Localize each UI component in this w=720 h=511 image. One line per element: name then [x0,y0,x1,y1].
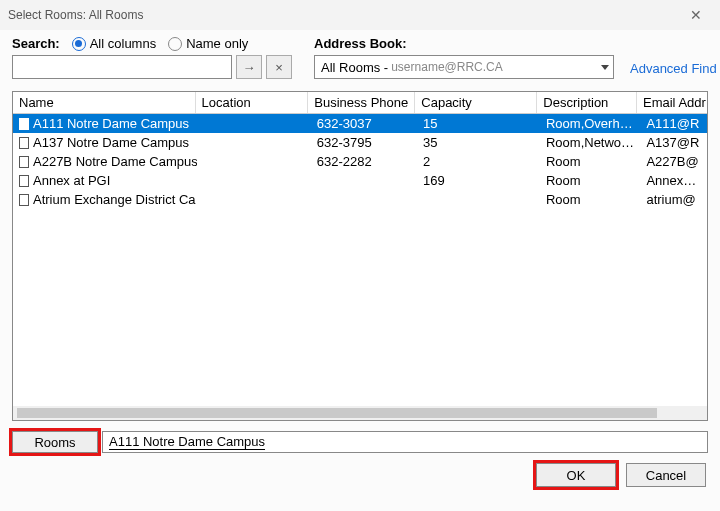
rooms-field[interactable]: A111 Notre Dame Campus [102,431,708,453]
ok-button-highlight: OK [536,463,616,487]
col-capacity[interactable]: Capacity [415,92,537,113]
item-icon [19,137,29,149]
table-row[interactable]: Atrium Exchange District Ca… Room atrium… [13,190,707,209]
window-title: Select Rooms: All Rooms [8,8,680,22]
chevron-down-icon [601,65,609,70]
table-row[interactable]: Annex at PGI 169 Room AnnexPG [13,171,707,190]
titlebar: Select Rooms: All Rooms ✕ [0,0,720,30]
search-label: Search: [12,36,60,51]
radio-dot-icon [168,37,182,51]
col-description[interactable]: Description [537,92,637,113]
search-input[interactable] [12,55,232,79]
close-icon[interactable]: ✕ [680,0,712,30]
clear-search-button[interactable]: × [266,55,292,79]
advanced-find-link[interactable]: Advanced Find [630,61,717,76]
rooms-button-highlight: Rooms [12,431,98,453]
col-email[interactable]: Email Addr [637,92,707,113]
radio-name-only[interactable]: Name only [168,36,248,51]
rooms-row: Rooms A111 Notre Dame Campus [12,431,708,453]
item-icon [19,118,29,130]
ok-button[interactable]: OK [536,463,616,487]
table-row[interactable]: A227B Notre Dame Campus 632-2282 2 Room … [13,152,707,171]
horizontal-scrollbar[interactable] [13,406,707,420]
item-icon [19,175,29,187]
dialog-buttons: OK Cancel [0,457,720,495]
table-row[interactable]: A137 Notre Dame Campus 632-3795 35 Room,… [13,133,707,152]
address-book-block: Address Book: All Rooms - username@RRC.C… [314,36,614,79]
col-name[interactable]: Name [13,92,196,113]
search-block: Search: All columns Name only → × [12,36,292,79]
cancel-button[interactable]: Cancel [626,463,706,487]
radio-all-columns[interactable]: All columns [72,36,156,51]
arrow-right-icon: → [243,60,256,75]
item-icon [19,156,29,168]
address-book-select[interactable]: All Rooms - username@RRC.CA [314,55,614,79]
scrollbar-thumb[interactable] [17,408,657,418]
table-body: A111 Notre Dame Campus 632-3037 15 Room,… [13,114,707,406]
go-button[interactable]: → [236,55,262,79]
rooms-button[interactable]: Rooms [12,431,98,453]
radio-dot-icon [72,37,86,51]
table-header: Name Location Business Phone Capacity De… [13,92,707,114]
close-icon: × [275,60,283,75]
col-location[interactable]: Location [196,92,309,113]
item-icon [19,194,29,206]
results-table: Name Location Business Phone Capacity De… [12,91,708,421]
address-book-label: Address Book: [314,36,614,51]
col-phone[interactable]: Business Phone [308,92,415,113]
table-row[interactable]: A111 Notre Dame Campus 632-3037 15 Room,… [13,114,707,133]
controls-row: Search: All columns Name only → × Addres… [0,30,720,83]
